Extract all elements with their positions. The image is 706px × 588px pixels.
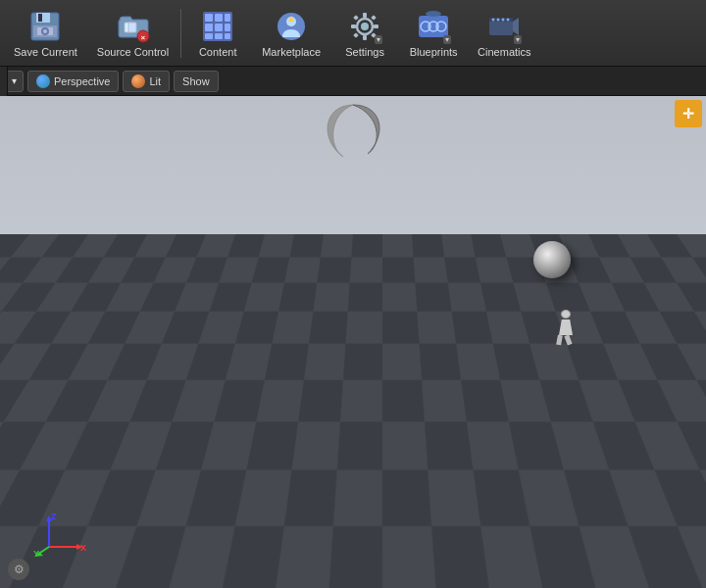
svg-rect-12 bbox=[205, 14, 213, 22]
svg-rect-28 bbox=[351, 24, 356, 28]
perspective-label: Perspective bbox=[54, 75, 110, 87]
blueprints-label: Blueprints bbox=[410, 46, 458, 58]
svg-rect-20 bbox=[225, 33, 230, 39]
cinematics-button[interactable]: ▾ Cinematics bbox=[468, 4, 540, 63]
svg-marker-40 bbox=[513, 18, 519, 35]
settings-icon: ▾ bbox=[347, 9, 382, 44]
character-legs bbox=[557, 335, 575, 345]
svg-rect-34 bbox=[419, 16, 448, 37]
perspective-icon bbox=[36, 74, 50, 88]
source-control-icon: × bbox=[116, 9, 151, 44]
svg-point-38 bbox=[426, 11, 441, 17]
svg-text:X: X bbox=[80, 543, 86, 553]
svg-rect-31 bbox=[371, 15, 377, 21]
svg-rect-19 bbox=[215, 33, 223, 39]
svg-rect-17 bbox=[225, 24, 230, 31]
lit-button[interactable]: Lit bbox=[123, 71, 170, 92]
cinematics-label: Cinematics bbox=[478, 46, 530, 58]
svg-text:×: × bbox=[140, 33, 145, 42]
cinematics-icon: ▾ bbox=[486, 9, 522, 44]
show-label: Show bbox=[182, 75, 210, 87]
svg-point-25 bbox=[361, 23, 369, 30]
character-leg-right bbox=[564, 334, 572, 345]
svg-text:Y: Y bbox=[33, 549, 39, 559]
lit-label: Lit bbox=[149, 75, 161, 87]
svg-rect-29 bbox=[374, 24, 378, 28]
content-icon bbox=[200, 9, 235, 44]
svg-rect-15 bbox=[205, 24, 213, 31]
viewport-nav-icon[interactable]: ✛ bbox=[675, 100, 702, 127]
character-head bbox=[561, 310, 571, 318]
svg-rect-18 bbox=[205, 33, 213, 39]
show-button[interactable]: Show bbox=[174, 71, 219, 92]
main-toolbar: Save Current × Source Control bbox=[0, 0, 706, 67]
axis-indicator: Z X Y bbox=[29, 510, 98, 559]
svg-rect-30 bbox=[353, 15, 359, 21]
svg-point-42 bbox=[492, 18, 495, 21]
content-button[interactable]: Content bbox=[183, 4, 252, 63]
toolbar-separator-1 bbox=[180, 9, 181, 58]
save-current-button[interactable]: Save Current bbox=[4, 4, 87, 63]
source-control-label: Source Control bbox=[97, 46, 169, 58]
svg-rect-16 bbox=[215, 24, 223, 31]
marketplace-button[interactable]: Marketplace bbox=[252, 4, 330, 63]
svg-text:Z: Z bbox=[51, 512, 57, 521]
content-label: Content bbox=[199, 46, 237, 58]
svg-rect-2 bbox=[38, 14, 42, 22]
settings-label: Settings bbox=[345, 46, 384, 58]
source-control-button[interactable]: × Source Control bbox=[87, 4, 178, 63]
character-leg-left bbox=[556, 335, 563, 346]
svg-point-45 bbox=[507, 18, 510, 21]
viewport-settings-icon[interactable]: ⚙ bbox=[8, 559, 29, 580]
viewport-bar: ▾ Perspective Lit Show bbox=[0, 67, 706, 96]
character-body bbox=[559, 319, 573, 335]
crescent-object bbox=[314, 100, 392, 169]
save-icon bbox=[27, 9, 63, 44]
svg-rect-26 bbox=[363, 13, 367, 18]
svg-rect-8 bbox=[128, 23, 136, 32]
svg-point-6 bbox=[43, 29, 47, 33]
svg-point-43 bbox=[497, 18, 500, 21]
sphere-object bbox=[533, 241, 571, 278]
blueprints-icon: ▾ bbox=[416, 9, 451, 44]
lit-icon bbox=[131, 74, 145, 88]
viewport[interactable]: Z X Y ⚙ ✛ bbox=[0, 96, 706, 588]
character-object bbox=[551, 310, 580, 345]
save-current-label: Save Current bbox=[14, 46, 77, 58]
svg-rect-14 bbox=[225, 14, 230, 22]
svg-point-44 bbox=[502, 18, 505, 21]
svg-rect-27 bbox=[363, 35, 367, 40]
svg-rect-32 bbox=[353, 32, 359, 38]
settings-button[interactable]: ▾ Settings bbox=[330, 4, 399, 63]
viewport-floor bbox=[0, 234, 706, 588]
perspective-button[interactable]: Perspective bbox=[27, 71, 119, 92]
svg-rect-13 bbox=[215, 14, 223, 22]
blueprints-button[interactable]: ▾ Blueprints bbox=[399, 4, 468, 63]
marketplace-label: Marketplace bbox=[262, 46, 321, 58]
marketplace-icon bbox=[274, 9, 309, 44]
